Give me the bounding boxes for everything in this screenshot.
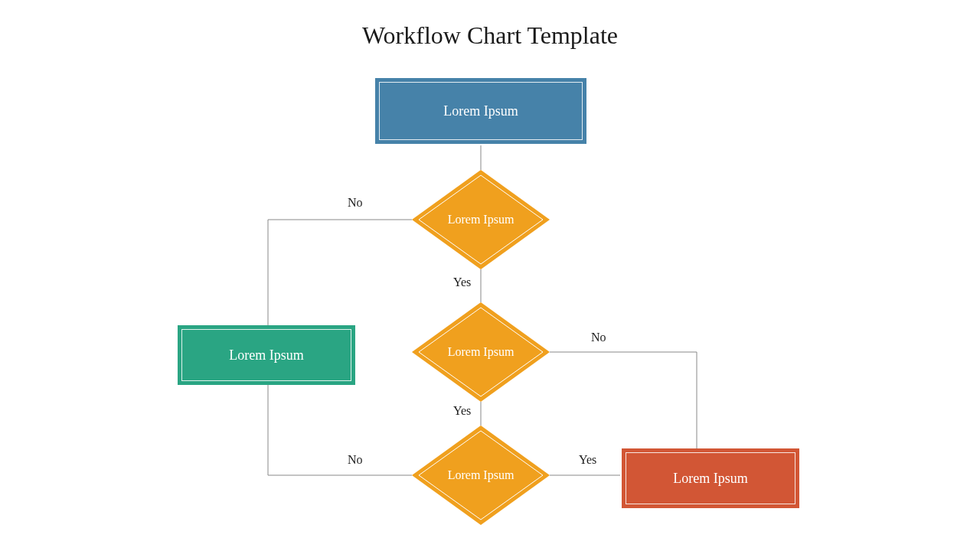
node-start: Lorem Ipsum xyxy=(375,78,586,144)
node-decision-2-label: Lorem Ipsum xyxy=(412,302,550,402)
node-decision-3: Lorem Ipsum xyxy=(412,425,550,525)
edge-label-d2-no: No xyxy=(591,331,606,344)
node-decision-2: Lorem Ipsum xyxy=(412,302,550,402)
node-decision-1-label: Lorem Ipsum xyxy=(412,170,550,269)
node-decision-3-label: Lorem Ipsum xyxy=(412,425,550,525)
node-left: Lorem Ipsum xyxy=(178,325,355,385)
edge-label-d1-yes: Yes xyxy=(453,276,471,289)
page-title: Workflow Chart Template xyxy=(0,21,980,50)
node-right: Lorem Ipsum xyxy=(622,448,799,508)
edge-label-d3-no: No xyxy=(348,453,363,467)
edge-label-d1-no: No xyxy=(348,196,363,210)
edge-label-d3-yes: Yes xyxy=(579,453,596,467)
node-start-label: Lorem Ipsum xyxy=(443,103,518,119)
edge-label-d2-yes: Yes xyxy=(453,404,471,418)
node-decision-1: Lorem Ipsum xyxy=(412,170,550,269)
node-left-label: Lorem Ipsum xyxy=(229,347,303,364)
node-right-label: Lorem Ipsum xyxy=(673,471,747,487)
